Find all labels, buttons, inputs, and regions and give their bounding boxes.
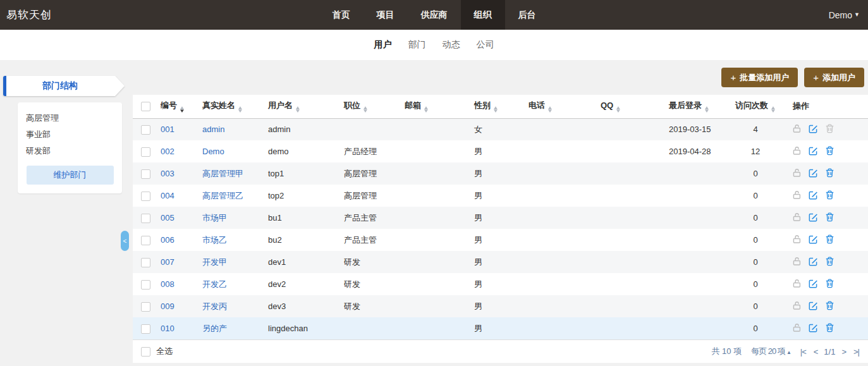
user-id-link[interactable]: 007 bbox=[161, 257, 174, 267]
lock-icon[interactable] bbox=[792, 234, 802, 245]
trash-icon[interactable] bbox=[824, 145, 835, 156]
user-qq-cell bbox=[598, 273, 666, 295]
col-header-account[interactable]: 用户名▲▼ bbox=[266, 95, 341, 118]
user-id-link[interactable]: 002 bbox=[161, 147, 174, 156]
user-id-link[interactable]: 008 bbox=[161, 279, 174, 289]
row-checkbox[interactable] bbox=[141, 302, 150, 312]
select-all-checkbox[interactable] bbox=[141, 347, 150, 357]
user-id-link[interactable]: 004 bbox=[161, 191, 174, 200]
add-user-button[interactable]: + 添加用户 bbox=[804, 68, 864, 87]
row-checkbox[interactable] bbox=[141, 192, 150, 201]
user-realname-link[interactable]: 高层管理甲 bbox=[202, 169, 243, 178]
row-checkbox[interactable] bbox=[141, 236, 150, 245]
batch-add-user-button[interactable]: + 批量添加用户 bbox=[721, 68, 798, 87]
edit-icon[interactable] bbox=[808, 300, 819, 311]
tab-dynamics[interactable]: 动态 bbox=[434, 39, 468, 51]
next-page-icon[interactable]: > bbox=[841, 347, 846, 357]
user-realname-link[interactable]: admin bbox=[202, 125, 224, 134]
per-page-dropdown[interactable]: 每页 20 项▲ bbox=[751, 346, 791, 357]
row-checkbox[interactable] bbox=[141, 147, 150, 157]
lock-icon[interactable] bbox=[792, 168, 802, 178]
col-header-last-login[interactable]: 最后登录▲▼ bbox=[666, 95, 727, 118]
col-header-visits[interactable]: 访问次数▲▼ bbox=[727, 95, 784, 118]
trash-icon[interactable] bbox=[824, 190, 835, 200]
nav-item-home[interactable]: 首页 bbox=[319, 0, 364, 30]
user-realname-link[interactable]: 开发甲 bbox=[202, 257, 227, 267]
row-checkbox[interactable] bbox=[141, 324, 150, 334]
trash-icon[interactable] bbox=[824, 300, 835, 311]
row-checkbox[interactable] bbox=[141, 214, 150, 223]
edit-icon[interactable] bbox=[808, 278, 819, 289]
col-header-gender[interactable]: 性别▲▼ bbox=[472, 95, 526, 118]
nav-item-organization[interactable]: 组织 bbox=[461, 0, 505, 30]
trash-icon[interactable] bbox=[824, 256, 835, 267]
user-realname-link[interactable]: 高层管理乙 bbox=[202, 191, 243, 200]
trash-icon[interactable] bbox=[824, 212, 835, 223]
dept-item-rd[interactable]: 研发部 bbox=[18, 143, 122, 159]
user-visits-cell: 12 bbox=[727, 140, 784, 162]
lock-icon[interactable] bbox=[792, 256, 802, 267]
lock-icon[interactable] bbox=[792, 322, 802, 333]
lock-icon[interactable] bbox=[792, 123, 802, 134]
edit-icon[interactable] bbox=[808, 234, 819, 245]
lock-icon[interactable] bbox=[792, 145, 802, 156]
col-header-qq[interactable]: QQ▲▼ bbox=[598, 95, 666, 118]
prev-page-icon[interactable]: < bbox=[814, 347, 818, 357]
user-realname-link[interactable]: Demo bbox=[202, 147, 224, 156]
last-page-icon[interactable]: >| bbox=[853, 347, 859, 357]
user-id-link[interactable]: 009 bbox=[161, 302, 174, 311]
tab-users[interactable]: 用户 bbox=[366, 39, 400, 51]
col-header-realname[interactable]: 真实姓名▲▼ bbox=[200, 95, 266, 118]
user-role-cell: 产品经理 bbox=[341, 140, 402, 162]
edit-icon[interactable] bbox=[808, 123, 819, 134]
edit-icon[interactable] bbox=[808, 190, 819, 200]
user-realname-link[interactable]: 市场乙 bbox=[202, 235, 227, 245]
select-all-checkbox[interactable] bbox=[141, 102, 150, 111]
lock-icon[interactable] bbox=[792, 300, 802, 311]
row-checkbox[interactable] bbox=[141, 169, 150, 179]
sidebar-header-dept-structure[interactable]: 部门结构 bbox=[3, 76, 125, 96]
edit-icon[interactable] bbox=[808, 168, 819, 178]
dept-item-business-unit[interactable]: 事业部 bbox=[18, 126, 122, 143]
nav-item-supplier[interactable]: 供应商 bbox=[408, 0, 461, 30]
col-header-email[interactable]: 邮箱▲▼ bbox=[402, 95, 472, 118]
nav-item-admin[interactable]: 后台 bbox=[505, 0, 549, 30]
sidebar-collapse-handle[interactable]: < bbox=[121, 231, 129, 251]
row-checkbox[interactable] bbox=[141, 258, 150, 267]
maintain-dept-button[interactable]: 维护部门 bbox=[27, 166, 114, 185]
lock-icon[interactable] bbox=[792, 190, 802, 200]
app-logo[interactable]: 易软天创 bbox=[6, 8, 52, 22]
user-realname-link[interactable]: 另的产 bbox=[202, 324, 227, 333]
edit-icon[interactable] bbox=[808, 212, 819, 223]
col-header-phone[interactable]: 电话▲▼ bbox=[526, 95, 598, 118]
row-checkbox[interactable] bbox=[141, 280, 150, 290]
user-realname-link[interactable]: 开发丙 bbox=[202, 302, 227, 311]
row-checkbox[interactable] bbox=[141, 125, 150, 135]
user-id-link[interactable]: 005 bbox=[161, 213, 174, 223]
trash-icon[interactable] bbox=[824, 278, 835, 289]
user-id-link[interactable]: 001 bbox=[161, 125, 174, 134]
col-header-id[interactable]: 编号▲▼ bbox=[158, 95, 200, 118]
dept-item-top-management[interactable]: 高层管理 bbox=[18, 110, 122, 126]
first-page-icon[interactable]: |< bbox=[800, 347, 806, 357]
lock-icon[interactable] bbox=[792, 212, 802, 223]
user-email-cell bbox=[402, 207, 472, 229]
edit-icon[interactable] bbox=[808, 322, 819, 333]
lock-icon[interactable] bbox=[792, 278, 802, 289]
edit-icon[interactable] bbox=[808, 145, 819, 156]
user-dropdown[interactable]: Demo ▼ bbox=[829, 10, 860, 20]
trash-icon[interactable] bbox=[824, 168, 835, 178]
user-role-cell: 产品主管 bbox=[341, 229, 402, 251]
col-header-role[interactable]: 职位▲▼ bbox=[341, 95, 402, 118]
user-id-link[interactable]: 006 bbox=[161, 235, 174, 245]
user-realname-link[interactable]: 开发乙 bbox=[202, 279, 227, 289]
nav-item-project[interactable]: 项目 bbox=[364, 0, 408, 30]
user-realname-link[interactable]: 市场甲 bbox=[202, 213, 227, 223]
edit-icon[interactable] bbox=[808, 256, 819, 267]
tab-departments[interactable]: 部门 bbox=[400, 39, 434, 51]
trash-icon[interactable] bbox=[824, 322, 835, 333]
user-id-link[interactable]: 003 bbox=[161, 169, 174, 178]
user-id-link[interactable]: 010 bbox=[161, 324, 174, 333]
trash-icon[interactable] bbox=[824, 234, 835, 245]
tab-company[interactable]: 公司 bbox=[468, 39, 503, 51]
